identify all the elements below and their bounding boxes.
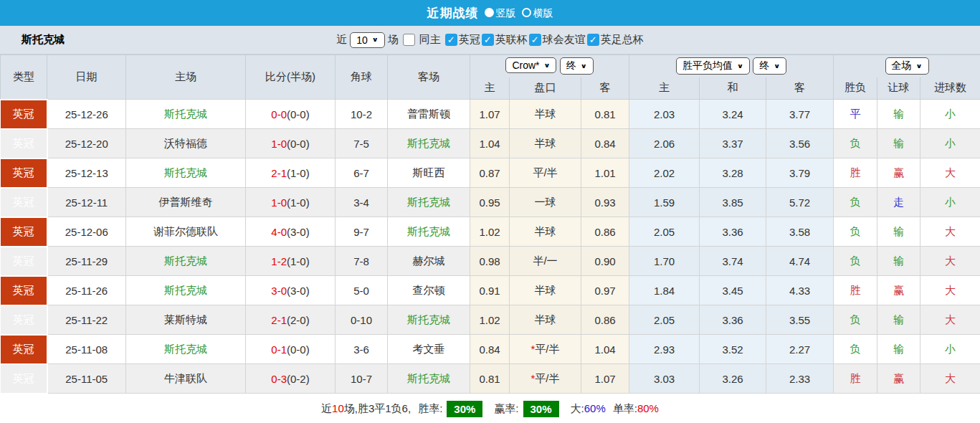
match-result: 负 [834, 129, 877, 158]
away-team[interactable]: 普雷斯顿 [388, 100, 470, 129]
competition-checkbox-label: 英冠 [459, 33, 480, 45]
match-result: 平 [834, 100, 877, 129]
away-team[interactable]: 查尔顿 [388, 276, 470, 305]
away-team[interactable]: 斯托克城 [388, 217, 470, 247]
handicap-line: 半球 [510, 217, 581, 247]
avg-odds-away: 4.33 [766, 276, 834, 305]
home-team[interactable]: 斯托克城 [126, 100, 246, 129]
away-team[interactable]: 考文垂 [388, 335, 470, 364]
corner-score: 3-6 [336, 335, 388, 364]
handicap-odds-away: 0.90 [581, 247, 629, 276]
handicap-result: 输 [877, 305, 920, 335]
avg-time-select[interactable]: 终∨ [753, 57, 786, 75]
handicap-odds-home: 0.81 [470, 364, 510, 394]
competition-badge: 英冠 [1, 100, 47, 129]
same-venue-checkbox[interactable] [403, 34, 415, 46]
match-date: 25-11-05 [47, 364, 126, 394]
home-team[interactable]: 斯托克城 [126, 158, 246, 188]
col-header-score: 比分(半场) [246, 55, 336, 100]
away-team[interactable]: 斯托克城 [388, 364, 470, 394]
recent-count-select[interactable]: 10∨ [350, 32, 385, 48]
match-result: 负 [834, 217, 877, 247]
handicap-odds-away: 0.93 [581, 188, 629, 217]
avg-odds-away: 3.58 [766, 217, 834, 247]
handicap-odds-away: 0.84 [581, 129, 629, 158]
summary-prefix: 近 [321, 402, 332, 414]
handicap-result: 输 [877, 129, 920, 158]
competition-filters: ✓英冠✓英联杯✓球会友谊✓英足总杯 [444, 33, 644, 47]
match-result: 胜 [834, 158, 877, 188]
handicap-result: 输 [877, 217, 920, 247]
col-header-odds-handicap: 盘口 [510, 77, 581, 100]
handicap-result: 输 [877, 335, 920, 364]
competition-checkbox-label: 英足总杯 [601, 33, 644, 45]
handicap-odds-home: 1.02 [470, 217, 510, 247]
col-header-handicap-result: 让球 [877, 77, 920, 100]
chevron-down-icon: ∨ [916, 62, 923, 70]
home-team[interactable]: 斯托克城 [126, 335, 246, 364]
handicap-result: 走 [877, 188, 920, 217]
avg-odds-draw: 3.28 [700, 158, 766, 188]
scope-select[interactable]: 全场∨ [885, 57, 929, 75]
radio-unselected-icon[interactable] [522, 8, 531, 17]
goals-result: 大 [920, 217, 980, 247]
home-team[interactable]: 斯托克城 [126, 247, 246, 276]
handicap-line: 平/半 [510, 158, 581, 188]
chevron-down-icon: ∨ [372, 36, 379, 43]
home-team[interactable]: 伊普斯维奇 [126, 188, 246, 217]
competition-checkbox[interactable]: ✓ [482, 34, 494, 46]
avg-odds-home: 1.70 [629, 247, 700, 276]
col-header-odds-home: 主 [470, 77, 510, 100]
layout-option-horizontal[interactable]: 横版 [520, 6, 553, 20]
competition-checkbox[interactable]: ✓ [587, 34, 599, 46]
match-result: 负 [834, 247, 877, 276]
col-header-avg-away: 客 [766, 77, 834, 100]
col-header-goals-result: 进球数 [920, 77, 980, 100]
away-team[interactable]: 斯托克城 [388, 305, 470, 335]
col-header-avg-draw: 和 [700, 77, 766, 100]
competition-checkbox[interactable]: ✓ [529, 34, 541, 46]
handicap-odds-home: 0.98 [470, 247, 510, 276]
handicap-line: 半球 [510, 100, 581, 129]
home-team[interactable]: 莱斯特城 [126, 305, 246, 335]
home-team[interactable]: 斯托克城 [126, 276, 246, 305]
competition-badge: 英冠 [1, 158, 47, 188]
avg-odds-home: 2.93 [629, 335, 700, 364]
handicap-odds-away: 1.04 [581, 335, 629, 364]
competition-checkbox[interactable]: ✓ [445, 34, 457, 46]
handicap-result: 赢 [877, 364, 920, 394]
handicap-line: 半球 [510, 129, 581, 158]
competition-badge: 英冠 [1, 129, 47, 158]
chevron-down-icon: ∨ [774, 62, 780, 70]
home-team[interactable]: 沃特福德 [126, 129, 246, 158]
avg-odds-home: 2.02 [629, 158, 700, 188]
competition-badge: 英冠 [1, 188, 47, 217]
bookmaker-select[interactable]: Crow*∨ [505, 57, 556, 73]
away-team[interactable]: 赫尔城 [388, 247, 470, 276]
away-team[interactable]: 斯托克城 [388, 188, 470, 217]
avg-odds-home: 2.03 [629, 100, 700, 129]
col-header-corner: 角球 [336, 55, 388, 100]
competition-badge: 英冠 [1, 276, 47, 305]
avg-odds-draw: 3.37 [700, 129, 766, 158]
radio-selected-icon[interactable] [485, 8, 494, 17]
away-team[interactable]: 斯托克城 [388, 129, 470, 158]
layout-option-vertical[interactable]: 竖版 [483, 6, 516, 20]
col-header-type: 类型 [1, 55, 47, 100]
avg-metric-select[interactable]: 胜平负均值∨ [676, 57, 750, 75]
match-score: 0-0(0-0) [246, 100, 336, 129]
match-date: 25-11-26 [47, 276, 126, 305]
bookmaker-time-select[interactable]: 终∨ [560, 57, 594, 75]
away-team[interactable]: 斯旺西 [388, 158, 470, 188]
home-team[interactable]: 牛津联队 [126, 364, 246, 394]
handicap-line: *平/半 [510, 364, 581, 394]
results-table-body: 英冠25-12-26斯托克城0-0(0-0)10-2普雷斯顿1.07半球0.81… [1, 100, 980, 394]
goals-result: 小 [920, 188, 980, 217]
avg-odds-draw: 3.52 [700, 335, 766, 364]
match-score: 4-0(3-0) [246, 217, 336, 247]
avg-odds-away: 2.33 [766, 364, 834, 394]
avg-odds-away: 3.77 [766, 100, 834, 129]
home-team[interactable]: 谢菲尔德联队 [126, 217, 246, 247]
corner-score: 10-2 [336, 100, 388, 129]
avg-odds-draw: 3.24 [700, 100, 766, 129]
